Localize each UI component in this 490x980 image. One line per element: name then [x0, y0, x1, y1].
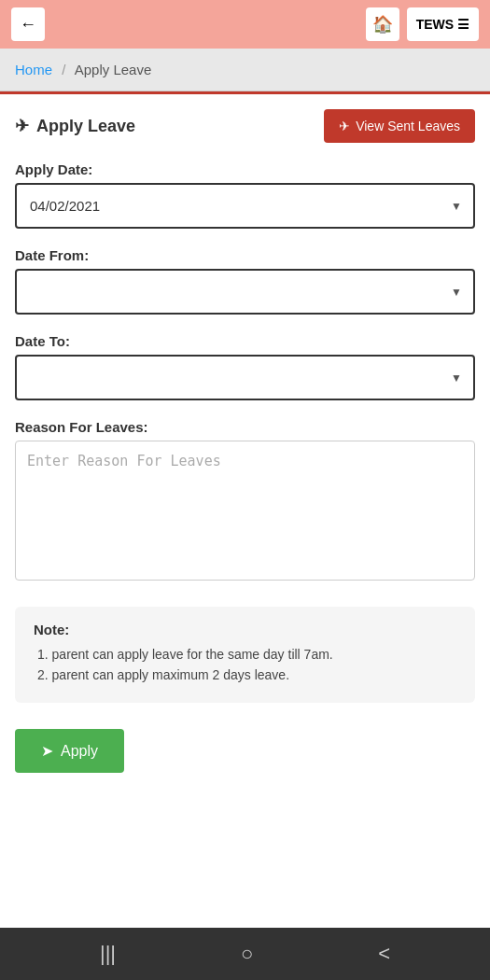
nav-back-button[interactable]: <: [378, 942, 390, 966]
nav-home-button[interactable]: ○: [241, 942, 253, 966]
view-sent-icon: ✈: [339, 119, 350, 133]
apply-label: Apply: [61, 743, 98, 760]
note-box: Note: 1. parent can apply leave for the …: [15, 607, 475, 703]
breadcrumb-home-link[interactable]: Home: [15, 62, 52, 77]
menu-button[interactable]: TEWS ☰: [407, 7, 479, 41]
note-title: Note:: [34, 622, 456, 637]
reason-textarea[interactable]: [15, 441, 475, 581]
breadcrumb-current: Apply Leave: [75, 62, 152, 77]
apply-date-select[interactable]: 04/02/2021: [17, 185, 473, 227]
date-from-select-wrapper: [15, 269, 475, 315]
back-button[interactable]: ←: [11, 7, 45, 41]
apply-date-label: Apply Date:: [15, 161, 475, 177]
note-item-1: 1. parent can apply leave for the same d…: [34, 647, 456, 662]
home-button[interactable]: 🏠: [366, 7, 399, 41]
apply-icon: ➤: [41, 742, 53, 760]
note-item-2: 2. parent can apply maximum 2 days leave…: [34, 667, 456, 682]
reason-group: Reason For Leaves:: [0, 412, 490, 595]
plane-icon: ✈: [15, 116, 29, 136]
date-to-select[interactable]: [17, 357, 473, 399]
back-icon: ←: [20, 15, 36, 35]
date-from-select[interactable]: [17, 271, 473, 313]
breadcrumb: Home / Apply Leave: [0, 49, 490, 91]
apply-button-wrapper: ➤ Apply: [0, 714, 490, 788]
app-header: ← 🏠 TEWS ☰: [0, 0, 490, 49]
apply-date-group: Apply Date: 04/02/2021: [0, 154, 490, 240]
section-header: ✈ Apply Leave ✈ View Sent Leaves: [0, 94, 490, 154]
apply-button[interactable]: ➤ Apply: [15, 729, 124, 773]
date-to-label: Date To:: [15, 333, 475, 349]
home-icon: 🏠: [372, 14, 393, 35]
nav-menu-button[interactable]: |||: [100, 942, 116, 966]
view-sent-label: View Sent Leaves: [356, 119, 460, 133]
bottom-nav: ||| ○ <: [0, 928, 490, 980]
date-from-group: Date From:: [0, 240, 490, 326]
reason-label: Reason For Leaves:: [15, 419, 475, 435]
main-content: ✈ Apply Leave ✈ View Sent Leaves Apply D…: [0, 91, 490, 928]
date-to-select-wrapper: [15, 355, 475, 400]
view-sent-leaves-button[interactable]: ✈ View Sent Leaves: [324, 109, 475, 143]
section-title: ✈ Apply Leave: [15, 116, 135, 136]
header-right: 🏠 TEWS ☰: [366, 7, 479, 41]
apply-date-select-wrapper: 04/02/2021: [15, 183, 475, 229]
date-from-label: Date From:: [15, 247, 475, 263]
menu-label: TEWS ☰: [416, 17, 469, 32]
date-to-group: Date To:: [0, 326, 490, 412]
nav-back-icon: <: [378, 942, 390, 966]
nav-home-icon: ○: [241, 942, 253, 966]
section-title-text: Apply Leave: [36, 117, 135, 136]
nav-menu-icon: |||: [100, 942, 116, 966]
breadcrumb-separator: /: [62, 62, 65, 77]
note-list: 1. parent can apply leave for the same d…: [34, 647, 456, 682]
